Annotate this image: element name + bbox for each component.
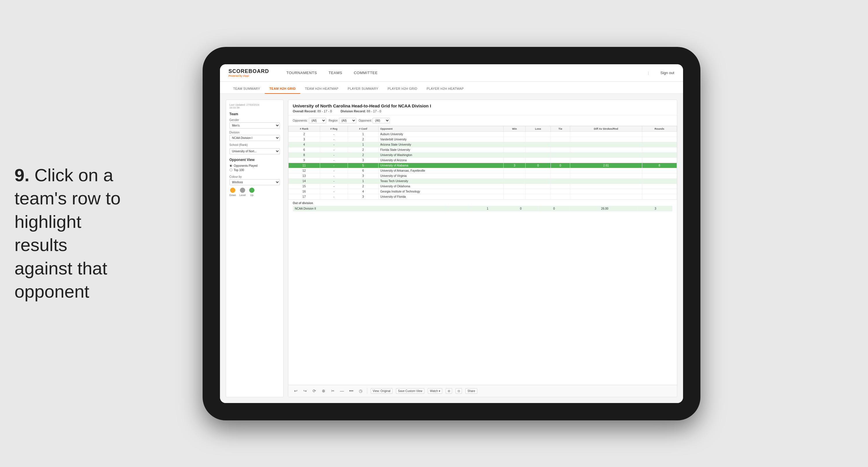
undo-icon[interactable]: ↩ bbox=[293, 388, 299, 394]
clock-icon[interactable]: ◷ bbox=[358, 388, 364, 394]
table-icon-button[interactable]: ⊡ bbox=[456, 388, 462, 394]
save-custom-view-button[interactable]: Save Custom View bbox=[396, 388, 424, 394]
table-header: University of North Carolina Head-to-Hea… bbox=[288, 100, 677, 116]
cell-loss: 0 bbox=[504, 206, 537, 211]
col-win: Win bbox=[504, 126, 526, 132]
watch-button[interactable]: Watch ▾ bbox=[428, 388, 442, 394]
cell-loss bbox=[525, 152, 551, 157]
top-nav: SCOREBOARD Powered by clippi TOURNAMENTS… bbox=[220, 64, 683, 82]
cell-win bbox=[504, 137, 526, 142]
cell-loss bbox=[525, 173, 551, 178]
grid-icon-button[interactable]: ⊟ bbox=[446, 388, 452, 394]
cell-diff bbox=[570, 132, 642, 137]
cell-loss: 0 bbox=[525, 163, 551, 168]
cell-diff bbox=[570, 194, 642, 199]
radio-dot-opponents bbox=[229, 164, 232, 167]
table-row[interactable]: 8 - 2 University of Washington bbox=[288, 152, 677, 157]
radio-dot-top100 bbox=[229, 169, 232, 171]
cell-opponent: Georgia Institute of Technology bbox=[378, 189, 503, 194]
colour-by-select[interactable]: Win/loss bbox=[229, 179, 280, 185]
share-button[interactable]: Share bbox=[465, 388, 477, 394]
overall-record: Overall Record: 89 - 17 - 0 bbox=[293, 110, 332, 113]
cell-rank: 13 bbox=[288, 173, 320, 178]
cell-reg: - bbox=[320, 163, 348, 168]
cell-opponent: University of Arkansas, Fayetteville bbox=[378, 168, 503, 173]
cell-tie bbox=[551, 142, 570, 147]
filter-opponents-label: Opponents: bbox=[293, 119, 308, 122]
colour-by-section: Colour by Win/loss Down Level bbox=[229, 175, 280, 197]
table-row[interactable]: 2 - 1 Auburn University bbox=[288, 132, 677, 137]
cell-conf: 1 bbox=[348, 132, 378, 137]
cell-tie: 0 bbox=[537, 206, 571, 211]
table-row[interactable]: NCAA Division II 1 0 0 26.00 3 bbox=[293, 206, 672, 211]
cell-conf: 1 bbox=[348, 142, 378, 147]
tab-player-summary[interactable]: PLAYER SUMMARY bbox=[343, 87, 383, 94]
table-row[interactable]: 4 - 1 Arizona State University bbox=[288, 142, 677, 147]
nav-committee[interactable]: COMMITTEE bbox=[354, 69, 378, 76]
redo-icon[interactable]: ↪ bbox=[302, 388, 308, 394]
logo-subtitle: Powered by clippi bbox=[229, 75, 269, 77]
cell-division: NCAA Division II bbox=[293, 206, 448, 211]
view-original-button[interactable]: View: Original bbox=[371, 388, 393, 394]
cell-rank: 2 bbox=[288, 132, 320, 137]
nav-teams[interactable]: TEAMS bbox=[329, 69, 342, 76]
legend-up-dot bbox=[249, 187, 254, 193]
col-tie: Tie bbox=[551, 126, 570, 132]
tab-player-h2h-grid[interactable]: PLAYER H2H GRID bbox=[383, 87, 422, 94]
cell-win bbox=[504, 183, 526, 189]
table-row[interactable]: 13 - 3 University of Virginia bbox=[288, 173, 677, 178]
table-row[interactable]: 16 - 4 Georgia Institute of Technology bbox=[288, 189, 677, 194]
tab-team-h2h-heatmap[interactable]: TEAM H2H HEATMAP bbox=[300, 87, 343, 94]
col-reg: # Reg bbox=[320, 126, 348, 132]
filter-region-select[interactable]: (All) bbox=[339, 118, 356, 123]
cell-loss bbox=[525, 168, 551, 173]
sidebar-division-label: Division bbox=[229, 131, 280, 134]
table-row[interactable]: 14 - 1 Texas Tech University bbox=[288, 178, 677, 183]
tab-player-h2h-heatmap[interactable]: PLAYER H2H HEATMAP bbox=[422, 87, 468, 94]
cell-reg: - bbox=[320, 189, 348, 194]
table-row[interactable]: 12 - 6 University of Arkansas, Fayettevi… bbox=[288, 168, 677, 173]
cell-rounds bbox=[642, 147, 677, 152]
school-select[interactable]: University of Nort... bbox=[229, 148, 280, 154]
gender-select[interactable]: Men's bbox=[229, 122, 280, 128]
tab-team-summary[interactable]: TEAM SUMMARY bbox=[229, 87, 265, 94]
division-select[interactable]: NCAA Division I bbox=[229, 135, 280, 141]
cell-diff bbox=[570, 178, 642, 183]
table-row[interactable]: 17 - 3 University of Florida bbox=[288, 194, 677, 199]
cut-icon[interactable]: ✂ bbox=[330, 388, 336, 394]
cell-opponent: University of Alabama bbox=[378, 163, 503, 168]
legend-up: Up bbox=[249, 187, 254, 197]
nav-tournaments[interactable]: TOURNAMENTS bbox=[286, 69, 317, 76]
more-icon[interactable]: ••• bbox=[348, 388, 354, 394]
dash-icon[interactable]: — bbox=[339, 388, 345, 394]
opponent-view-label: Opponent View bbox=[229, 158, 280, 162]
radio-opponents-played[interactable]: Opponents Played bbox=[229, 164, 280, 167]
add-icon[interactable]: ⊕ bbox=[321, 388, 327, 394]
cell-rounds bbox=[642, 194, 677, 199]
cell-reg: - bbox=[320, 173, 348, 178]
table-row[interactable]: 9 - 3 University of Arizona bbox=[288, 157, 677, 163]
refresh-icon[interactable]: ⟳ bbox=[311, 388, 317, 394]
filter-opponent-select[interactable]: (All) bbox=[372, 118, 390, 123]
cell-tie: 0 bbox=[551, 163, 570, 168]
cell-loss bbox=[525, 178, 551, 183]
radio-top100[interactable]: Top 100 bbox=[229, 169, 280, 172]
table-row[interactable]: 15 - 2 University of Oklahoma bbox=[288, 183, 677, 189]
out-of-division-section: Out of division NCAA Division II 1 0 0 2… bbox=[288, 200, 677, 213]
sign-out-link[interactable]: Sign out bbox=[660, 71, 674, 75]
sidebar-gender-label: Gender bbox=[229, 118, 280, 122]
cell-loss bbox=[525, 147, 551, 152]
table-row[interactable]: 11 - 5 University of Alabama 3 0 0 2.61 … bbox=[288, 163, 677, 168]
table-row[interactable]: 6 - 2 Florida State University bbox=[288, 147, 677, 152]
table-row[interactable]: 3 - 2 Vanderbilt University bbox=[288, 137, 677, 142]
cell-opponent: University of Oklahoma bbox=[378, 183, 503, 189]
filter-opponents-select[interactable]: (All) bbox=[309, 118, 326, 123]
table-title: University of North Carolina Head-to-Hea… bbox=[293, 104, 672, 108]
cell-reg: - bbox=[320, 194, 348, 199]
tab-team-h2h-grid[interactable]: TEAM H2H GRID bbox=[265, 87, 301, 94]
cell-rounds bbox=[642, 183, 677, 189]
cell-win bbox=[504, 189, 526, 194]
cell-rank: 6 bbox=[288, 147, 320, 152]
cell-empty bbox=[448, 206, 471, 211]
cell-conf: 4 bbox=[348, 189, 378, 194]
